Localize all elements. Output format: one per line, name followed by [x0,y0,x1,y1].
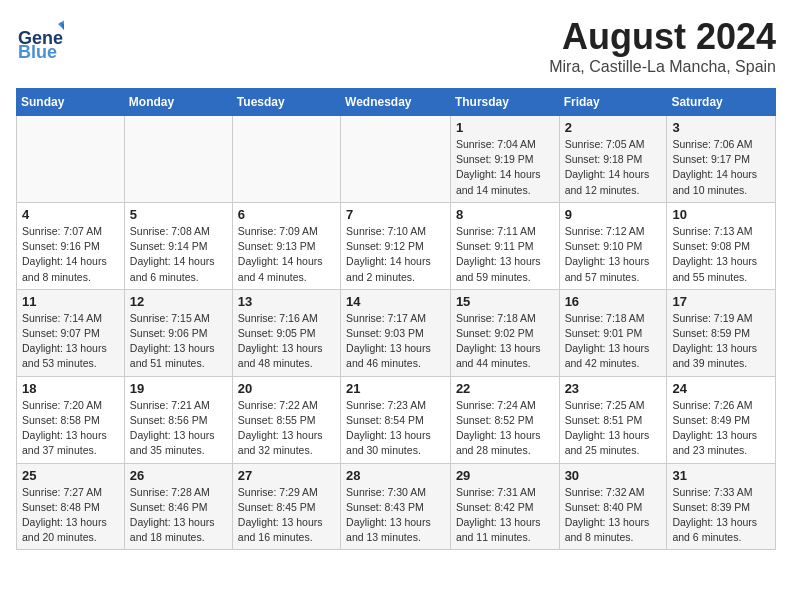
day-info: Sunrise: 7:24 AM Sunset: 8:52 PM Dayligh… [456,398,554,459]
day-number: 29 [456,468,554,483]
calendar-header-saturday: Saturday [667,89,776,116]
calendar-week-row: 25Sunrise: 7:27 AM Sunset: 8:48 PM Dayli… [17,463,776,550]
day-number: 24 [672,381,770,396]
calendar-header-sunday: Sunday [17,89,125,116]
day-info: Sunrise: 7:13 AM Sunset: 9:08 PM Dayligh… [672,224,770,285]
day-number: 26 [130,468,227,483]
day-info: Sunrise: 7:32 AM Sunset: 8:40 PM Dayligh… [565,485,662,546]
day-number: 4 [22,207,119,222]
day-number: 14 [346,294,445,309]
location-subtitle: Mira, Castille-La Mancha, Spain [549,58,776,76]
day-number: 15 [456,294,554,309]
day-number: 30 [565,468,662,483]
calendar-cell: 6Sunrise: 7:09 AM Sunset: 9:13 PM Daylig… [232,202,340,289]
calendar-cell: 25Sunrise: 7:27 AM Sunset: 8:48 PM Dayli… [17,463,125,550]
day-info: Sunrise: 7:29 AM Sunset: 8:45 PM Dayligh… [238,485,335,546]
calendar-cell: 2Sunrise: 7:05 AM Sunset: 9:18 PM Daylig… [559,116,667,203]
calendar-header-wednesday: Wednesday [341,89,451,116]
month-year-title: August 2024 [549,16,776,58]
day-number: 8 [456,207,554,222]
day-info: Sunrise: 7:26 AM Sunset: 8:49 PM Dayligh… [672,398,770,459]
day-number: 2 [565,120,662,135]
day-number: 18 [22,381,119,396]
day-info: Sunrise: 7:21 AM Sunset: 8:56 PM Dayligh… [130,398,227,459]
calendar-cell: 7Sunrise: 7:10 AM Sunset: 9:12 PM Daylig… [341,202,451,289]
day-info: Sunrise: 7:20 AM Sunset: 8:58 PM Dayligh… [22,398,119,459]
day-number: 9 [565,207,662,222]
day-number: 5 [130,207,227,222]
day-number: 22 [456,381,554,396]
day-number: 23 [565,381,662,396]
calendar-cell: 30Sunrise: 7:32 AM Sunset: 8:40 PM Dayli… [559,463,667,550]
day-info: Sunrise: 7:07 AM Sunset: 9:16 PM Dayligh… [22,224,119,285]
calendar-cell: 23Sunrise: 7:25 AM Sunset: 8:51 PM Dayli… [559,376,667,463]
calendar-header-row: SundayMondayTuesdayWednesdayThursdayFrid… [17,89,776,116]
day-info: Sunrise: 7:16 AM Sunset: 9:05 PM Dayligh… [238,311,335,372]
calendar-cell: 26Sunrise: 7:28 AM Sunset: 8:46 PM Dayli… [124,463,232,550]
day-info: Sunrise: 7:14 AM Sunset: 9:07 PM Dayligh… [22,311,119,372]
calendar-cell [17,116,125,203]
svg-text:Blue: Blue [18,42,57,62]
day-number: 13 [238,294,335,309]
calendar-cell: 13Sunrise: 7:16 AM Sunset: 9:05 PM Dayli… [232,289,340,376]
day-number: 11 [22,294,119,309]
calendar-cell: 5Sunrise: 7:08 AM Sunset: 9:14 PM Daylig… [124,202,232,289]
calendar-table: SundayMondayTuesdayWednesdayThursdayFrid… [16,88,776,550]
page-header: General Blue August 2024 Mira, Castille-… [16,16,776,76]
day-number: 21 [346,381,445,396]
day-info: Sunrise: 7:25 AM Sunset: 8:51 PM Dayligh… [565,398,662,459]
day-number: 7 [346,207,445,222]
calendar-cell: 12Sunrise: 7:15 AM Sunset: 9:06 PM Dayli… [124,289,232,376]
calendar-cell: 10Sunrise: 7:13 AM Sunset: 9:08 PM Dayli… [667,202,776,289]
day-info: Sunrise: 7:27 AM Sunset: 8:48 PM Dayligh… [22,485,119,546]
day-number: 1 [456,120,554,135]
day-info: Sunrise: 7:04 AM Sunset: 9:19 PM Dayligh… [456,137,554,198]
calendar-cell: 9Sunrise: 7:12 AM Sunset: 9:10 PM Daylig… [559,202,667,289]
day-info: Sunrise: 7:10 AM Sunset: 9:12 PM Dayligh… [346,224,445,285]
calendar-cell: 31Sunrise: 7:33 AM Sunset: 8:39 PM Dayli… [667,463,776,550]
day-info: Sunrise: 7:18 AM Sunset: 9:01 PM Dayligh… [565,311,662,372]
day-info: Sunrise: 7:06 AM Sunset: 9:17 PM Dayligh… [672,137,770,198]
day-number: 10 [672,207,770,222]
calendar-cell: 4Sunrise: 7:07 AM Sunset: 9:16 PM Daylig… [17,202,125,289]
calendar-header-tuesday: Tuesday [232,89,340,116]
day-number: 17 [672,294,770,309]
day-info: Sunrise: 7:05 AM Sunset: 9:18 PM Dayligh… [565,137,662,198]
day-info: Sunrise: 7:28 AM Sunset: 8:46 PM Dayligh… [130,485,227,546]
calendar-cell: 15Sunrise: 7:18 AM Sunset: 9:02 PM Dayli… [450,289,559,376]
calendar-header-friday: Friday [559,89,667,116]
day-info: Sunrise: 7:23 AM Sunset: 8:54 PM Dayligh… [346,398,445,459]
calendar-cell: 8Sunrise: 7:11 AM Sunset: 9:11 PM Daylig… [450,202,559,289]
calendar-week-row: 18Sunrise: 7:20 AM Sunset: 8:58 PM Dayli… [17,376,776,463]
calendar-cell: 17Sunrise: 7:19 AM Sunset: 8:59 PM Dayli… [667,289,776,376]
day-number: 20 [238,381,335,396]
calendar-cell: 16Sunrise: 7:18 AM Sunset: 9:01 PM Dayli… [559,289,667,376]
calendar-cell: 22Sunrise: 7:24 AM Sunset: 8:52 PM Dayli… [450,376,559,463]
day-number: 25 [22,468,119,483]
calendar-cell: 14Sunrise: 7:17 AM Sunset: 9:03 PM Dayli… [341,289,451,376]
day-info: Sunrise: 7:33 AM Sunset: 8:39 PM Dayligh… [672,485,770,546]
day-number: 19 [130,381,227,396]
day-info: Sunrise: 7:17 AM Sunset: 9:03 PM Dayligh… [346,311,445,372]
calendar-cell: 20Sunrise: 7:22 AM Sunset: 8:55 PM Dayli… [232,376,340,463]
calendar-cell: 19Sunrise: 7:21 AM Sunset: 8:56 PM Dayli… [124,376,232,463]
calendar-cell: 18Sunrise: 7:20 AM Sunset: 8:58 PM Dayli… [17,376,125,463]
calendar-cell: 11Sunrise: 7:14 AM Sunset: 9:07 PM Dayli… [17,289,125,376]
calendar-cell [232,116,340,203]
calendar-cell: 1Sunrise: 7:04 AM Sunset: 9:19 PM Daylig… [450,116,559,203]
title-block: August 2024 Mira, Castille-La Mancha, Sp… [549,16,776,76]
day-number: 28 [346,468,445,483]
calendar-cell: 3Sunrise: 7:06 AM Sunset: 9:17 PM Daylig… [667,116,776,203]
day-info: Sunrise: 7:09 AM Sunset: 9:13 PM Dayligh… [238,224,335,285]
calendar-week-row: 11Sunrise: 7:14 AM Sunset: 9:07 PM Dayli… [17,289,776,376]
day-info: Sunrise: 7:08 AM Sunset: 9:14 PM Dayligh… [130,224,227,285]
day-number: 3 [672,120,770,135]
calendar-cell [124,116,232,203]
calendar-cell: 21Sunrise: 7:23 AM Sunset: 8:54 PM Dayli… [341,376,451,463]
calendar-cell: 29Sunrise: 7:31 AM Sunset: 8:42 PM Dayli… [450,463,559,550]
day-info: Sunrise: 7:31 AM Sunset: 8:42 PM Dayligh… [456,485,554,546]
day-number: 12 [130,294,227,309]
calendar-cell: 28Sunrise: 7:30 AM Sunset: 8:43 PM Dayli… [341,463,451,550]
calendar-cell: 24Sunrise: 7:26 AM Sunset: 8:49 PM Dayli… [667,376,776,463]
calendar-header-monday: Monday [124,89,232,116]
